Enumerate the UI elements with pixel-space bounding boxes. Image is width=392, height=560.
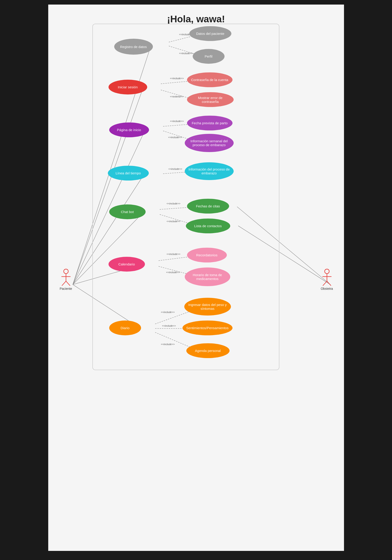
svg-line-56 <box>66 281 70 286</box>
node-info-semanal: Información semanal del proceso de embar… <box>185 134 234 152</box>
svg-text:<<include>>: <<include>> <box>179 52 193 55</box>
page-title: ¡Hola, wawa! <box>48 5 344 31</box>
svg-text:<<include>>: <<include>> <box>166 271 180 274</box>
svg-text:<<include>>: <<include>> <box>168 168 182 170</box>
svg-point-57 <box>325 269 329 274</box>
node-ingresar-datos: Ingresar datos del peso y síntomas <box>184 298 231 316</box>
svg-line-35 <box>238 226 330 285</box>
svg-line-60 <box>323 281 327 286</box>
svg-line-1 <box>73 87 143 285</box>
node-contrasena: Contraseña de la cuenta <box>187 72 233 87</box>
node-sentimientos: Sentimientos/Pensamientos <box>182 320 233 335</box>
svg-point-52 <box>64 269 68 274</box>
actor-obstetra: Obstetra <box>320 269 334 290</box>
node-iniciar-sesion: Iniciar sesión <box>108 80 147 94</box>
svg-text:<<include>>: <<include>> <box>168 136 182 139</box>
svg-text:<<include>>: <<include>> <box>167 253 180 255</box>
node-lista-contactos: Lista de contactos <box>186 219 230 233</box>
svg-text:<<include>>: <<include>> <box>167 220 180 223</box>
node-datos-paciente: Datos del paciente <box>189 26 231 41</box>
svg-line-55 <box>62 281 66 286</box>
node-fechas-citas: Fechas de citas <box>187 199 229 213</box>
svg-line-4 <box>73 212 143 285</box>
node-fecha-parto: Fecha prevista de parto <box>187 116 233 130</box>
actor-paciente-label: Paciente <box>60 287 72 290</box>
svg-text:<<include>>: <<include>> <box>167 202 180 205</box>
node-perfil: Perfil <box>193 49 225 64</box>
svg-text:<<include>>: <<include>> <box>162 324 176 327</box>
svg-text:<<include>>: <<include>> <box>161 343 175 346</box>
node-registro: Registro de datos <box>114 39 153 55</box>
node-recordatorios: Recordatorios <box>187 248 227 262</box>
node-mostrar-error: Mostrar error de contraseña <box>187 92 234 107</box>
svg-text:<<extend>>: <<extend>> <box>170 95 183 98</box>
node-linea-tiempo: Línea del tiempo <box>108 166 149 180</box>
actor-paciente: Paciente <box>59 269 73 290</box>
node-horario: Horario de toma de medicamentos <box>185 268 230 286</box>
node-pagina-inicio: Página de inicio <box>109 122 149 137</box>
svg-rect-51 <box>93 24 279 370</box>
node-diario: Diario <box>109 320 141 335</box>
actor-obstetra-label: Obstetra <box>321 287 333 290</box>
page-container: ¡Hola, wawa! <<include>> <<include>> <<i… <box>48 5 344 551</box>
node-chat-bot: Chat bot <box>109 204 146 219</box>
svg-text:<<include>>: <<include>> <box>170 120 184 122</box>
svg-text:<<include>>: <<include>> <box>170 77 184 80</box>
svg-text:<<include>>: <<include>> <box>161 311 175 313</box>
node-info-proceso: Información del proceso de embarazo <box>185 162 234 180</box>
svg-line-61 <box>327 281 331 286</box>
node-calendario: Calendario <box>108 257 145 271</box>
svg-line-34 <box>237 207 330 285</box>
node-agenda: Agenda personal <box>186 343 230 358</box>
